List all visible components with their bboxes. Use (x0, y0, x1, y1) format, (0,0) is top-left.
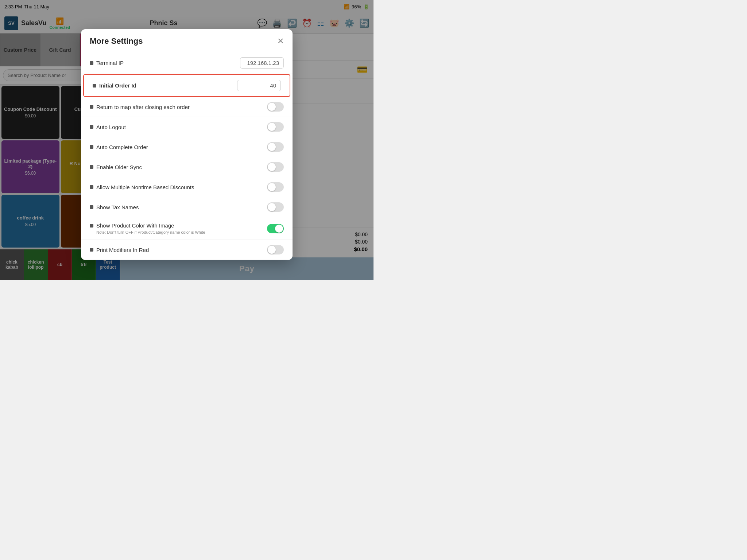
terminal-ip-row: Terminal IP (81, 52, 293, 74)
show-product-color-toggle[interactable] (267, 224, 284, 233)
auto-complete-toggle[interactable] (267, 142, 284, 152)
terminal-ip-input[interactable] (240, 57, 284, 69)
return-to-map-row: Return to map after closing each order (81, 97, 293, 117)
auto-logout-row: Auto Logout (81, 117, 293, 137)
print-modifiers-toggle[interactable] (267, 245, 284, 254)
allow-multiple-toggle[interactable] (267, 182, 284, 192)
bullet-icon (90, 105, 93, 109)
allow-multiple-row: Allow Multiple Nontime Based Discounts (81, 177, 293, 197)
show-product-color-row: Show Product Color With Image Note: Don'… (81, 217, 293, 240)
modal-overlay: More Settings ✕ Terminal IP Initial Orde… (0, 0, 374, 280)
bullet-icon (90, 248, 93, 252)
show-tax-names-toggle[interactable] (267, 202, 284, 212)
auto-logout-toggle[interactable] (267, 122, 284, 132)
bullet-icon (93, 84, 96, 88)
modal-title: More Settings (90, 36, 143, 46)
bullet-icon (90, 125, 93, 129)
bullet-icon (90, 185, 93, 189)
initial-order-id-row: Initial Order Id (83, 74, 290, 97)
bullet-icon (90, 205, 93, 209)
enable-older-sync-row: Enable Older Sync (81, 157, 293, 177)
print-modifiers-row: Print Modifiers In Red (81, 240, 293, 260)
bullet-icon (90, 145, 93, 149)
settings-modal: More Settings ✕ Terminal IP Initial Orde… (81, 29, 293, 260)
initial-order-id-input[interactable] (237, 80, 281, 91)
show-tax-names-row: Show Tax Names (81, 197, 293, 217)
bullet-icon (90, 61, 93, 65)
modal-header: More Settings ✕ (81, 29, 293, 52)
bullet-icon (90, 224, 93, 228)
bullet-icon (90, 165, 93, 169)
modal-close-button[interactable]: ✕ (277, 36, 284, 46)
enable-older-sync-toggle[interactable] (267, 162, 284, 172)
auto-complete-row: Auto Complete Order (81, 137, 293, 157)
return-to-map-toggle[interactable] (267, 102, 284, 112)
